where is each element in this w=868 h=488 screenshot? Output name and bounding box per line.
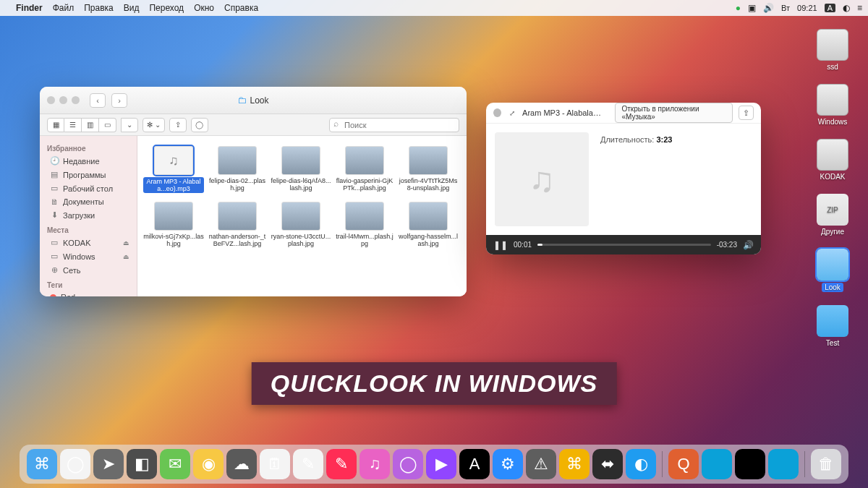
sidebar-item-red[interactable]: Red [40,291,137,296]
eject-icon[interactable]: ⏏ [123,239,129,247]
file-name: josefin-4VTtTkZ5Ms8-unsplash.jpg [398,177,459,192]
menu-go[interactable]: Переход [149,3,184,13]
dock-app-9[interactable]: ✎ [326,449,357,479]
dock-app-22[interactable] [768,449,799,479]
action-menu-button[interactable]: ✻ ⌄ [142,118,165,132]
menu-file[interactable]: Файл [53,3,75,13]
desktop-item-другие[interactable]: ZIPДругие [807,194,858,236]
share-button[interactable]: ⇪ [169,118,187,132]
tags-button[interactable]: ◯ [191,118,208,132]
dock-app-11[interactable]: ◯ [393,449,423,479]
dock-app-21[interactable] [735,449,765,479]
search-field[interactable] [329,118,459,132]
sidebar-item-windows[interactable]: ▭Windows⏏ [40,249,137,263]
quicklook-fullscreen-button[interactable]: ⤢ [507,108,516,118]
quicklook-share-button[interactable]: ⇪ [739,106,754,120]
file-name: wolfgang-hasselm...lash.jpg [398,233,459,248]
status-dot-icon[interactable]: ● [736,3,741,13]
gallery-view-button[interactable]: ▭ [99,118,116,132]
finder-titlebar[interactable]: ‹ › 🗀 Look [40,87,467,114]
dock-app-4[interactable]: ✉ [160,449,190,479]
dock-app-2[interactable]: ➤ [93,449,124,479]
camera-icon[interactable]: ▣ [748,3,756,13]
menu-edit[interactable]: Правка [84,3,114,13]
dock-app-1[interactable]: ◯ [60,449,90,479]
dock-app-15[interactable]: ⚠ [526,449,556,479]
sidebar-item-рабочий стол[interactable]: ▭Рабочий стол [40,181,137,195]
menu-window[interactable]: Окно [194,3,214,13]
clock-time[interactable]: 09:21 [797,4,817,12]
dock-app-8[interactable]: ✎ [293,449,323,479]
dock-app-3[interactable]: ◧ [127,449,157,479]
sidebar-icon: 🗎 [50,197,59,206]
volume-icon[interactable]: 🔊 [763,3,774,13]
eject-icon[interactable]: ⏏ [123,253,129,260]
sidebar-item-загрузки[interactable]: ⬇Загрузки [40,208,137,222]
dock-app-5[interactable]: ◉ [193,449,224,479]
dock-app-10[interactable]: ♫ [359,449,390,479]
column-view-button[interactable]: ▥ [82,118,99,132]
window-close-button[interactable] [47,96,55,104]
desktop-item-ssd[interactable]: ssd [807,29,858,71]
desktop-item-test[interactable]: Test [807,305,858,347]
file-item[interactable]: trail-l4Mwm...plash.jpg [333,199,396,251]
open-in-app-button[interactable]: Открыть в приложении «Музыка» [615,103,733,123]
dock-app-16[interactable]: ⌘ [559,449,590,479]
desktop-item-windows[interactable]: Windows [807,84,858,126]
list-view-button[interactable]: ☰ [64,118,82,132]
sidebar-item-недавние[interactable]: 🕘Недавние [40,154,137,168]
dock-trash[interactable]: 🗑 [811,449,841,479]
dock-app-20[interactable] [702,449,732,479]
sidebar-item-kodak[interactable]: ▭KODAK⏏ [40,236,137,249]
dock-app-18[interactable]: ◐ [626,449,656,479]
menu-view[interactable]: Вид [124,3,140,13]
menu-help[interactable]: Справка [224,3,258,13]
file-item[interactable]: felipe-dias-02...plash.jpg [205,143,269,196]
clock-day[interactable]: Вт [781,4,790,12]
dock-app-0[interactable]: ⌘ [27,449,57,479]
dock-app-6[interactable]: ☁ [226,449,257,479]
dock-app-12[interactable]: ▶ [426,449,456,479]
sidebar-item-label: Документы [63,197,104,206]
sidebar-item-программы[interactable]: ▤Программы [40,168,137,181]
forward-button[interactable]: › [111,93,127,108]
file-name: milkovi-sGj7xKp...lash.jpg [143,233,204,248]
file-item[interactable]: josefin-4VTtTkZ5Ms8-unsplash.jpg [396,143,460,196]
icon-view-button[interactable]: ▦ [47,118,64,132]
image-thumbnail [345,146,384,175]
desktop-item-look[interactable]: Look [807,249,858,292]
dock-app-13[interactable]: A [459,449,490,479]
quicklook-header[interactable]: ⤢ Aram MP3 - Alabalanic... Открыть в при… [486,103,761,124]
quicklook-close-button[interactable] [493,108,501,117]
volume-icon[interactable]: 🔊 [743,240,754,250]
file-item[interactable]: felipe-dias-l6qAfA8...lash.jpg [269,143,333,196]
dock-app-14[interactable]: ⚙ [493,449,523,479]
back-button[interactable]: ‹ [90,93,106,108]
music-file-icon: ♫ [154,146,193,175]
file-item[interactable]: flavio-gasperini-GjKPTk...plash.jpg [333,143,396,196]
window-zoom-button[interactable] [72,96,80,104]
search-input[interactable] [329,118,459,132]
input-source[interactable]: A [825,4,835,12]
file-grid[interactable]: ♫Aram MP3 - Alabala...eo).mp3felipe-dias… [137,136,467,296]
file-item[interactable]: wolfgang-hasselm...lash.jpg [396,199,460,251]
finder-sidebar: Избранное🕘Недавние▤Программы▭Рабочий сто… [40,136,137,296]
menubar-app-name[interactable]: Finder [16,3,43,13]
menu-extras-icon[interactable]: ≡ [857,3,862,13]
sidebar-item-документы[interactable]: 🗎Документы [40,195,137,208]
file-item[interactable]: ryan-stone-U3cctU...plash.jpg [269,199,333,251]
group-by-button[interactable]: ⌄ [121,118,138,132]
help-icon[interactable]: ◐ [843,3,850,13]
file-item[interactable]: nathan-anderson-_tBeFVZ...lash.jpg [205,199,269,251]
play-pause-button[interactable]: ❚❚ [493,240,508,250]
file-item[interactable]: ♫Aram MP3 - Alabala...eo).mp3 [142,143,205,196]
sidebar-item-сеть[interactable]: ⊕Сеть [40,263,137,277]
dock-app-19[interactable]: Q [668,449,699,479]
desktop-item-kodak[interactable]: KODAK [807,139,858,181]
dock-app-17[interactable]: ⬌ [592,449,623,479]
seek-slider[interactable] [537,244,711,246]
window-minimize-button[interactable] [59,96,67,104]
dock-app-7[interactable]: 🗓 [260,449,290,479]
file-item[interactable]: milkovi-sGj7xKp...lash.jpg [142,199,205,251]
sidebar-section-header: Места [40,225,137,236]
